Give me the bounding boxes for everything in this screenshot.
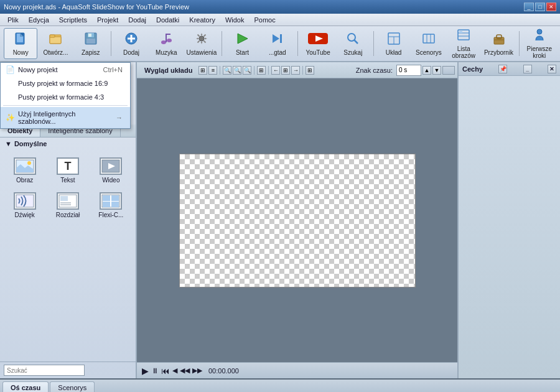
youtube-icon — [308, 32, 328, 48]
menu-edycja[interactable]: Edycja — [24, 15, 54, 25]
prev-btn[interactable]: ◀◀ — [180, 366, 190, 375]
object-video[interactable]: Wideo — [91, 155, 131, 186]
maximize-btn[interactable]: □ — [535, 2, 545, 11]
sign-label: Znak czasu: — [353, 67, 395, 74]
preview-ctrl-8[interactable]: ⊞ — [281, 66, 290, 75]
arrow-icon: → — [116, 114, 123, 121]
props-pin[interactable]: 📌 — [498, 65, 507, 73]
flexi-label: Flexi-C... — [98, 212, 123, 218]
toolbar-save[interactable]: Zapisz — [74, 28, 108, 59]
toolbar-music[interactable]: Muzyka — [149, 28, 183, 59]
toolbar-play[interactable]: Start — [225, 28, 259, 59]
play-button[interactable]: ▶ — [142, 366, 149, 376]
dropdown-smart-templates[interactable]: ✨ Użyj Inteligentnych szablonów... → — [1, 107, 130, 128]
text-icon: T — [57, 157, 79, 175]
toolbar-separator-4 — [373, 31, 374, 56]
preview-ctrl-5[interactable]: 🔍 — [243, 66, 251, 75]
title-bar: Nowy projekt.ads - AquaSoft SlideShow fo… — [0, 0, 560, 14]
toolbar-imglist[interactable]: Lista obrazów — [447, 28, 480, 59]
sign-up[interactable]: ▲ — [422, 66, 431, 75]
svg-rect-51 — [103, 195, 110, 201]
dropdown-separator — [3, 105, 128, 106]
rewind-button[interactable]: ⏮ — [161, 366, 170, 376]
toolbar-settings[interactable]: Ustawienia — [184, 28, 218, 59]
menu-pomoc[interactable]: Pomoc — [249, 15, 280, 25]
object-sound[interactable]: Dźwięk — [5, 190, 44, 221]
props-minimize[interactable]: _ — [523, 65, 532, 73]
toolbar-toolbox[interactable]: Przybornik — [482, 28, 515, 59]
minimize-btn[interactable]: _ — [524, 2, 534, 11]
object-image[interactable]: Obraz — [5, 155, 44, 186]
preview-ctrl-6[interactable]: ⊞ — [257, 66, 266, 75]
svg-rect-9 — [88, 34, 91, 37]
right-area: Wygląd układu ⊞ ≡ 🔍 🔍 🔍 ⊞ ← ⊞ → — [137, 62, 560, 378]
svg-point-41 — [27, 161, 31, 165]
menu-projekt[interactable]: Projekt — [92, 15, 123, 25]
menu-plik[interactable]: Plik — [2, 15, 24, 25]
svg-rect-29 — [423, 34, 434, 43]
svg-rect-6 — [50, 35, 55, 37]
toolbar-new[interactable]: Nowy — [4, 28, 37, 59]
music-icon — [159, 32, 173, 48]
close-btn[interactable]: ✕ — [546, 2, 556, 11]
sign-down[interactable]: ▼ — [432, 66, 441, 75]
toolbar-separator-3 — [297, 31, 298, 56]
flexi-icon — [100, 192, 122, 210]
toolbar-search[interactable]: Szukaj — [336, 28, 370, 59]
toolbar-layout[interactable]: Układ — [376, 28, 410, 59]
toolbar-youtube[interactable]: YouTube — [301, 28, 335, 59]
toolbar-open[interactable]: Otwórz... — [39, 28, 72, 59]
object-flexi[interactable]: Flexi-C... — [91, 190, 131, 221]
preview-close[interactable] — [442, 66, 455, 75]
svg-rect-21 — [280, 34, 282, 43]
svg-rect-54 — [111, 202, 119, 207]
svg-rect-35 — [459, 31, 462, 33]
dropdown-empty-43[interactable]: Pusty projekt w formacie 4:3 — [1, 90, 130, 104]
pause-button[interactable]: ⏸ — [151, 366, 159, 375]
toolbar-firststeps[interactable]: Pierwsze kroki — [523, 28, 556, 59]
menu-dodaj[interactable]: Dodaj — [123, 15, 151, 25]
add-icon — [124, 32, 138, 48]
tab-timeline[interactable]: Oś czasu — [2, 381, 49, 392]
search-input[interactable] — [4, 365, 85, 376]
preview-ctrl-7[interactable]: ← — [271, 66, 280, 75]
object-chapter[interactable]: Rozdział — [48, 190, 87, 221]
timeline-area: Oś czasu Scenorys Projekt jest pusty. Ab… — [0, 378, 560, 392]
toolbar-next[interactable]: ...gtad — [261, 28, 294, 59]
dropdown-new-project[interactable]: 📄 Nowy projekt Ctrl+N — [1, 63, 130, 77]
menu-scriptlets[interactable]: Scriptlets — [54, 15, 92, 25]
toolbar-youtube-label: YouTube — [306, 49, 330, 56]
object-text[interactable]: T Tekst — [48, 155, 87, 186]
layout-icon — [387, 32, 401, 48]
preview-ctrl-10[interactable]: ⊞ — [306, 66, 314, 75]
svg-marker-20 — [273, 34, 279, 43]
dropdown-menu: 📄 Nowy projekt Ctrl+N Pusty projekt w fo… — [0, 62, 131, 129]
svg-rect-16 — [166, 34, 167, 42]
toolbar-add[interactable]: Dodaj — [114, 28, 148, 59]
props-close[interactable]: ✕ — [548, 65, 556, 73]
toolbar-search-label: Szukaj — [343, 49, 362, 56]
preview-ctrl-3[interactable]: 🔍 — [223, 66, 231, 75]
preview-ctrl-2[interactable]: ≡ — [208, 66, 217, 75]
imglist-icon — [457, 28, 470, 44]
tab-scenorys[interactable]: Scenorys — [50, 381, 95, 392]
toolbar-toolbox-label: Przybornik — [484, 49, 513, 56]
new-project-shortcut: Ctrl+N — [103, 66, 123, 73]
sign-value-input[interactable] — [396, 65, 421, 76]
svg-point-24 — [348, 34, 355, 41]
toolbar: Nowy Otwórz... Zapisz Dodaj Muzyka Ustaw… — [0, 26, 560, 62]
prev-frame-btn[interactable]: ◀ — [172, 366, 177, 375]
props-title-bar: Cechy 📌 _ ✕ — [459, 62, 560, 76]
preview-ctrl-9[interactable]: → — [291, 66, 300, 75]
menu-dodatki[interactable]: Dodatki — [151, 15, 184, 25]
toolbar-scenes[interactable]: Scenorys — [412, 28, 446, 59]
next-btn[interactable]: ▶▶ — [192, 366, 202, 375]
preview-sep2 — [254, 66, 254, 75]
dropdown-empty-169[interactable]: Pusty projekt w formacie 16:9 — [1, 77, 130, 90]
preview-ctrl-4[interactable]: 🔍 — [233, 66, 241, 75]
preview-ctrl-1[interactable]: ⊞ — [198, 66, 207, 75]
menu-kreatory[interactable]: Kreatory — [184, 15, 220, 25]
preview-canvas-area — [137, 78, 457, 362]
menu-widok[interactable]: Widok — [220, 15, 250, 25]
dropdown-empty-43-label: Pusty projekt w formacie 4:3 — [18, 93, 104, 101]
